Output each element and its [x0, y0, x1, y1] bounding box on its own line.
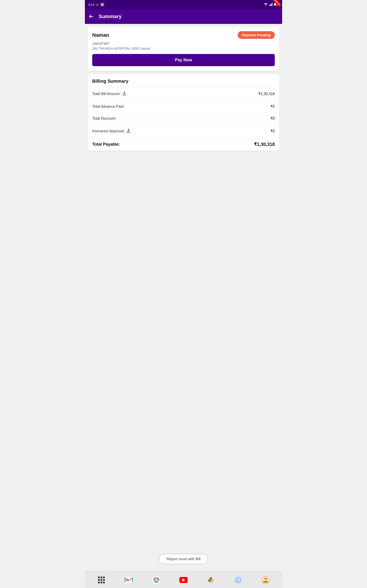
chrome-icon	[152, 576, 160, 584]
accessibility-icon: A	[100, 3, 104, 6]
svg-point-17	[209, 581, 212, 584]
billing-row-advance: Total Advance Paid: ₹0	[88, 101, 279, 112]
billing-value-insurance: ₹0	[270, 129, 275, 133]
billing-label-total-bill: Total Bill Amount:	[92, 91, 126, 97]
svg-rect-3	[272, 3, 273, 6]
wifi-icon	[264, 3, 268, 7]
location-icon: ⊙	[96, 3, 99, 6]
payment-pending-badge[interactable]: Payment Pending	[238, 31, 275, 39]
youtube-icon	[179, 577, 188, 583]
patient-hospital: SAI THUNGA HOSPITAL HSR Layout	[92, 46, 275, 50]
insurance-label-text: Insurance Approval:	[92, 129, 125, 133]
pay-now-button[interactable]: Pay Now	[92, 54, 275, 66]
status-left: 6:13 ⊙ A	[89, 3, 104, 6]
status-bar: 6:13 ⊙ A DE	[85, 0, 282, 9]
billing-row-discount: Total Discount: ₹0	[88, 112, 279, 124]
billing-value-discount: ₹0	[270, 116, 275, 121]
nav-youtube-button[interactable]	[178, 575, 189, 585]
svg-rect-6	[274, 3, 276, 5]
patient-card: Naman Payment Pending 198247987 SAI THUN…	[88, 27, 279, 71]
report-issue-button[interactable]: Report issue with Bill	[159, 554, 208, 564]
billing-row-total-bill: Total Bill Amount: ₹1,30,318	[88, 87, 279, 101]
billing-value-total-bill: ₹1,30,318	[258, 92, 275, 96]
svg-rect-2	[271, 3, 272, 6]
nav-apps-button[interactable]	[96, 575, 106, 585]
download-bill-icon[interactable]	[122, 91, 126, 97]
svg-point-13	[156, 579, 157, 581]
nav-chrome-button[interactable]	[151, 575, 161, 585]
nav-gmail-button[interactable]: M	[124, 575, 134, 585]
billing-summary-card: Billing Summary Total Bill Amount: ₹1,30…	[88, 74, 279, 151]
billing-label-total-payable: Total Payable:	[92, 142, 120, 147]
patient-id: 198247987	[92, 42, 275, 45]
nav-messages-button[interactable]	[233, 575, 243, 585]
main-content: Naman Payment Pending 198247987 SAI THUN…	[85, 24, 282, 571]
time-display: 6:13	[89, 3, 94, 6]
billing-section-title: Billing Summary	[88, 74, 279, 87]
status-right: DEBUG	[264, 3, 278, 7]
page-title: Summary	[99, 14, 122, 19]
signal-icon	[269, 3, 273, 7]
download-insurance-icon[interactable]	[126, 128, 131, 134]
patient-header-row: Naman Payment Pending	[92, 31, 275, 39]
header: Summary	[85, 9, 282, 24]
billing-label-discount: Total Discount:	[92, 116, 116, 121]
svg-rect-1	[270, 4, 271, 6]
billing-value-advance: ₹0	[270, 104, 275, 109]
bottom-navigation: M	[85, 571, 282, 588]
billing-label-advance: Total Advance Paid:	[92, 104, 125, 109]
messages-icon	[234, 576, 242, 584]
back-button[interactable]	[89, 14, 94, 19]
total-bill-label-text: Total Bill Amount:	[92, 92, 120, 96]
report-issue-container: Report issue with Bill	[88, 154, 279, 569]
billing-row-insurance: Insurance Approval: ₹0	[88, 124, 279, 138]
billing-value-total-payable: ₹1,30,318	[254, 141, 275, 147]
avatar-icon: A	[261, 576, 270, 584]
nav-photos-button[interactable]	[206, 575, 216, 585]
billing-row-total-payable: Total Payable: ₹1,30,318	[88, 138, 279, 151]
svg-rect-0	[269, 5, 270, 6]
nav-account-button[interactable]: A	[261, 575, 271, 585]
gmail-icon: M	[125, 577, 133, 583]
svg-text:A: A	[265, 578, 266, 581]
svg-text:M: M	[126, 578, 129, 582]
billing-label-insurance: Insurance Approval:	[92, 128, 131, 134]
youtube-play-icon	[182, 578, 185, 582]
svg-point-20	[237, 578, 240, 582]
apps-grid-icon	[98, 577, 105, 583]
patient-name: Naman	[92, 32, 109, 38]
photos-icon	[207, 576, 215, 584]
